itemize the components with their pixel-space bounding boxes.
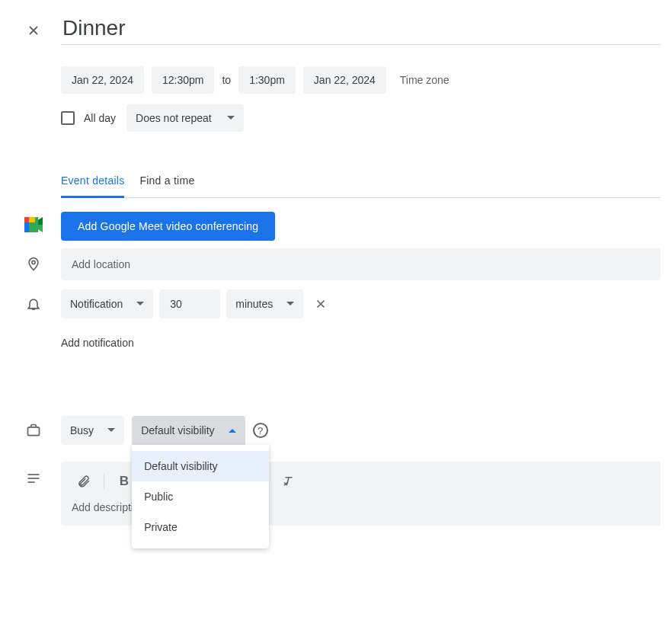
- busy-dropdown[interactable]: Busy: [61, 416, 124, 445]
- visibility-option-public[interactable]: Public: [132, 481, 269, 512]
- repeat-label: Does not repeat: [136, 112, 212, 124]
- tab-event-details[interactable]: Event details: [61, 174, 124, 198]
- end-time-chip[interactable]: 1:30pm: [238, 66, 296, 94]
- notification-type-label: Notification: [70, 298, 123, 310]
- location-input[interactable]: [61, 248, 661, 280]
- remove-notification-button[interactable]: [309, 293, 332, 315]
- close-icon[interactable]: [24, 21, 43, 40]
- all-day-label: All day: [84, 112, 116, 124]
- bell-icon: [24, 295, 43, 313]
- svg-rect-3: [29, 222, 35, 232]
- chevron-down-icon: [286, 302, 294, 306]
- end-date-chip[interactable]: Jan 22, 2024: [303, 66, 386, 94]
- notification-unit-label: minutes: [235, 298, 273, 310]
- add-google-meet-button[interactable]: Add Google Meet video conferencing: [61, 212, 275, 241]
- notification-value-input[interactable]: [159, 289, 220, 318]
- chevron-down-icon: [227, 116, 235, 120]
- svg-rect-0: [24, 217, 29, 222]
- clear-formatting-button[interactable]: [277, 469, 301, 494]
- notification-type-dropdown[interactable]: Notification: [61, 289, 153, 318]
- help-icon[interactable]: ?: [253, 423, 268, 438]
- notification-unit-dropdown[interactable]: minutes: [226, 289, 303, 318]
- svg-rect-4: [35, 217, 38, 232]
- add-notification-link[interactable]: Add notification: [61, 337, 661, 349]
- visibility-label: Default visibility: [141, 424, 214, 436]
- svg-point-5: [32, 261, 35, 264]
- attachment-button[interactable]: [72, 469, 96, 494]
- all-day-checkbox[interactable]: All day: [61, 111, 116, 125]
- briefcase-icon: [24, 421, 43, 440]
- tab-find-a-time[interactable]: Find a time: [139, 174, 194, 198]
- timezone-link[interactable]: Time zone: [400, 74, 450, 86]
- start-date-chip[interactable]: Jan 22, 2024: [61, 66, 144, 94]
- visibility-option-private[interactable]: Private: [132, 512, 269, 542]
- chevron-down-icon: [107, 428, 115, 433]
- description-icon: [24, 469, 43, 488]
- google-meet-icon: [24, 217, 43, 235]
- event-title-input[interactable]: [61, 15, 661, 41]
- chevron-up-icon: [229, 428, 236, 433]
- svg-rect-1: [29, 217, 35, 222]
- busy-label: Busy: [70, 424, 94, 436]
- visibility-option-default[interactable]: Default visibility: [132, 451, 269, 481]
- svg-rect-2: [24, 222, 29, 232]
- visibility-menu: Default visibility Public Private: [132, 445, 269, 548]
- to-label: to: [222, 74, 231, 86]
- visibility-dropdown[interactable]: Default visibility Default visibility Pu…: [132, 416, 245, 445]
- chevron-down-icon: [136, 302, 144, 306]
- location-icon: [24, 255, 43, 273]
- svg-rect-6: [28, 427, 40, 436]
- toolbar-separator: [104, 473, 104, 490]
- repeat-dropdown[interactable]: Does not repeat: [126, 104, 244, 132]
- start-time-chip[interactable]: 12:30pm: [152, 66, 214, 94]
